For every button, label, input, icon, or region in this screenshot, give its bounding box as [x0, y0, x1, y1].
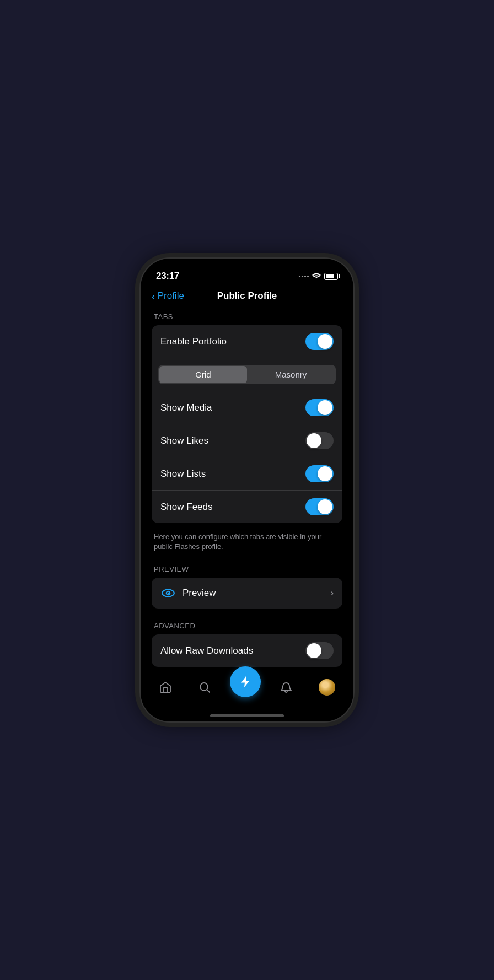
show-feeds-toggle[interactable] [305, 498, 334, 515]
enable-portfolio-label: Enable Portfolio [160, 336, 227, 347]
allow-raw-downloads-label: Allow Raw Downloads [160, 645, 253, 656]
preview-label: Preview [182, 588, 216, 599]
tab-home[interactable] [152, 679, 179, 696]
page-title: Public Profile [200, 290, 294, 301]
show-likes-toggle[interactable] [305, 432, 334, 449]
eye-icon [160, 585, 176, 601]
tabs-card: Enable Portfolio Grid Masonry Show Media [152, 325, 342, 523]
allow-raw-downloads-row: Allow Raw Downloads [152, 634, 342, 667]
show-media-toggle[interactable] [305, 399, 334, 416]
phone-frame: 23:17 ‹ Profile [139, 257, 355, 723]
signal-icon [299, 276, 309, 277]
preview-left: Preview [160, 585, 216, 601]
masonry-segment[interactable]: Masonry [247, 366, 335, 383]
status-time: 23:17 [156, 271, 179, 282]
svg-point-2 [168, 593, 169, 594]
back-chevron-icon: ‹ [152, 290, 155, 301]
chevron-right-icon: › [331, 588, 334, 598]
back-label: Profile [158, 290, 184, 301]
back-button[interactable]: ‹ Profile [152, 290, 196, 301]
show-media-row: Show Media [152, 391, 342, 424]
lightning-icon [239, 675, 252, 688]
tabs-helper-text: Here you can configure which tabs are vi… [152, 527, 342, 561]
show-likes-label: Show Likes [160, 435, 208, 446]
status-bar: 23:17 [141, 259, 353, 286]
navigation-bar: ‹ Profile Public Profile [141, 286, 353, 308]
advanced-section-label: ADVANCED [152, 622, 342, 630]
show-lists-label: Show Lists [160, 469, 206, 480]
preview-section-label: PREVIEW [152, 565, 342, 573]
battery-icon [324, 273, 338, 280]
show-likes-row: Show Likes [152, 424, 342, 457]
tab-notifications[interactable] [273, 679, 299, 696]
screen: 23:17 ‹ Profile [141, 259, 353, 721]
tab-profile[interactable] [312, 677, 342, 698]
flash-button[interactable] [230, 666, 261, 697]
tabs-section-label: TABS [152, 313, 342, 321]
enable-portfolio-row: Enable Portfolio [152, 325, 342, 358]
enable-portfolio-toggle[interactable] [305, 333, 334, 350]
search-icon [198, 681, 211, 694]
show-lists-row: Show Lists [152, 457, 342, 491]
content-area: TABS Enable Portfolio Grid Masonry [141, 308, 353, 671]
grid-segment[interactable]: Grid [159, 366, 247, 383]
show-media-label: Show Media [160, 402, 212, 413]
layout-segmented-row: Grid Masonry [152, 358, 342, 391]
tab-bar [141, 671, 353, 714]
tab-search[interactable] [191, 679, 218, 696]
home-indicator [210, 714, 284, 717]
bell-icon [280, 681, 293, 694]
preview-card: Preview › [152, 578, 342, 609]
wifi-icon [312, 273, 321, 279]
show-feeds-label: Show Feeds [160, 502, 213, 513]
layout-segmented-control: Grid Masonry [158, 365, 336, 384]
preview-row[interactable]: Preview › [152, 578, 342, 609]
home-icon [159, 681, 172, 694]
advanced-card: Allow Raw Downloads [152, 634, 342, 667]
show-feeds-row: Show Feeds [152, 491, 342, 523]
show-lists-toggle[interactable] [305, 465, 334, 482]
status-icons [299, 273, 338, 280]
allow-raw-downloads-toggle[interactable] [305, 642, 334, 659]
avatar [319, 679, 335, 696]
